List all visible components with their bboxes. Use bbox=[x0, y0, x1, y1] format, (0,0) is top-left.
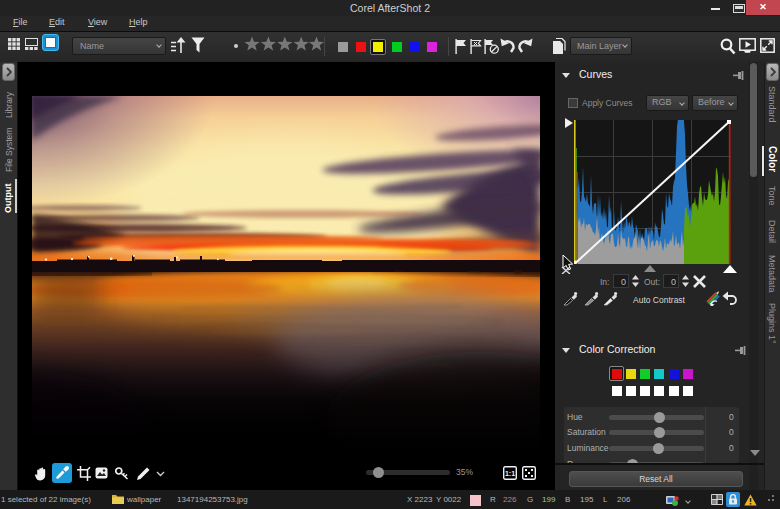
svg-text:1:1: 1:1 bbox=[505, 470, 515, 477]
